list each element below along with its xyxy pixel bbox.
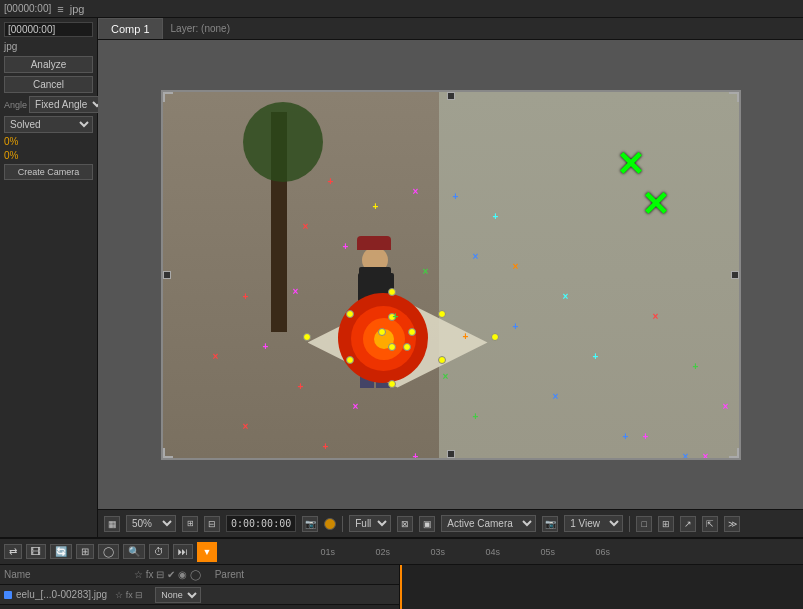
playhead-area: ▼ [197, 542, 317, 562]
ctrl-pt-c2 [408, 328, 416, 336]
tl-btn4[interactable]: ⊞ [76, 544, 94, 559]
tp-r6: × [243, 422, 249, 432]
camera-icon: 📷 [302, 516, 318, 532]
divider2 [629, 516, 630, 532]
tp-m4: + [263, 342, 269, 352]
ruler-01s: 01s [321, 547, 376, 557]
timeline-left: Name ☆ fx ⊟ ✔ ◉ ◯ Parent eelu_[...0-0028… [0, 565, 400, 609]
ctrl-pt-left [303, 333, 311, 341]
ctrl-pt-bl [346, 356, 354, 364]
cancel-button[interactable]: Cancel [4, 76, 93, 93]
tp-c3: + [593, 352, 599, 362]
tp-c1: + [493, 212, 499, 222]
comp-tab[interactable]: Comp 1 [98, 18, 163, 39]
file-name-label: jpg [4, 40, 93, 53]
tb4[interactable]: ⇱ [702, 516, 718, 532]
ruler-03s: 03s [431, 547, 486, 557]
angle-row: Angle Fixed Angle [4, 96, 93, 113]
tp-o1: × [513, 262, 519, 272]
tp-b3: + [513, 322, 519, 332]
solved-select[interactable]: Solved [4, 116, 93, 133]
viewer-canvas: ✕ ✕ + × + × + × + + × + × + × + × [98, 40, 803, 509]
viewer-tabs: Comp 1 Layer: (none) [98, 18, 803, 40]
ctrl-pt-c1 [378, 328, 386, 336]
mode-icon: ⊠ [397, 516, 413, 532]
tp-g2: + [393, 312, 399, 322]
tp-r2: × [303, 222, 309, 232]
timeline-layer-row[interactable]: eelu_[...0-00283].jpg ☆ fx ⊟ None [0, 585, 399, 605]
tl-btn5[interactable]: ◯ [98, 544, 119, 559]
views-select[interactable]: 1 View 2 Views [564, 515, 623, 532]
snap-icon[interactable]: ⊟ [204, 516, 220, 532]
tp-r5: + [298, 382, 304, 392]
handle-bottom [447, 450, 455, 458]
ruler-05s: 05s [541, 547, 596, 557]
tb3[interactable]: ↗ [680, 516, 696, 532]
angle-select[interactable]: Fixed Angle [29, 96, 106, 113]
tp-b5: + [623, 432, 629, 442]
file-label: jpg [70, 3, 85, 15]
bottom-toolbar: ▦ 50% 100% ⊞ ⊟ 0:00:00:00 📷 Full Half ⊠ … [98, 509, 803, 537]
fit-icon[interactable]: ⊞ [182, 516, 198, 532]
angle-label: Angle [4, 100, 27, 110]
playhead-line [400, 565, 402, 609]
camera-select[interactable]: Active Camera [441, 515, 536, 532]
main-layout: [00000:00] jpg Analyze Cancel Angle Fixe… [0, 18, 803, 537]
target-area [298, 288, 498, 398]
tb1[interactable]: □ [636, 516, 652, 532]
ctrl-pt-bottom [388, 380, 396, 388]
handle-top [447, 92, 455, 100]
camera2-icon: 📷 [542, 516, 558, 532]
tp-b4: × [553, 392, 559, 402]
timeline-track [400, 565, 803, 609]
timeline-content: Name ☆ fx ⊟ ✔ ◉ ◯ Parent eelu_[...0-0028… [0, 565, 803, 609]
corner-tr [729, 92, 739, 102]
create-camera-button[interactable]: Create Camera [4, 164, 93, 180]
layer-icons: ☆ fx ⊟ [115, 590, 143, 600]
tl-btn3[interactable]: 🔄 [50, 544, 72, 559]
tp-r8: × [653, 312, 659, 322]
tp-b2: × [473, 252, 479, 262]
tb2[interactable]: ⊞ [658, 516, 674, 532]
corner-br [729, 448, 739, 458]
analyze-button[interactable]: Analyze [4, 56, 93, 73]
playhead-marker: ▼ [197, 542, 217, 562]
ctrl-pt-right [491, 333, 499, 341]
tl-btn6[interactable]: 🔍 [123, 544, 145, 559]
ctrl-pt-c3 [388, 343, 396, 351]
tp-r3: + [243, 292, 249, 302]
tp-g3: × [443, 372, 449, 382]
tp-m3: × [293, 287, 299, 297]
tp-g4: + [473, 412, 479, 422]
tp-m5: × [353, 402, 359, 412]
timecode: 0:00:00:00 [226, 515, 296, 532]
tp-o2: + [463, 332, 469, 342]
tl-btn7[interactable]: ⏱ [149, 544, 169, 559]
ctrl-pt-tr [438, 310, 446, 318]
tl-btn2[interactable]: 🎞 [26, 544, 46, 559]
tl-btn1[interactable]: ⇄ [4, 544, 22, 559]
tp-b1: + [453, 192, 459, 202]
green-x-1: ✕ [616, 147, 644, 181]
comp-tab-label: Comp 1 [111, 23, 150, 35]
quality-select[interactable]: Full Half [349, 515, 391, 532]
tp-b6: × [683, 452, 689, 460]
col-parent: Parent [215, 569, 244, 580]
tp-m8: + [643, 432, 649, 442]
top-bar: [00000:00] ≡ jpg [0, 0, 803, 18]
parent-select[interactable]: None [155, 587, 201, 603]
green-x-2: ✕ [641, 187, 669, 221]
tp-r4: × [213, 352, 219, 362]
timeline-area: ⇄ 🎞 🔄 ⊞ ◯ 🔍 ⏱ ⏭ ▼ 01s 02s 03s 04s 05s 06… [0, 537, 803, 609]
handle-left [163, 271, 171, 279]
tp-m10: × [723, 402, 729, 412]
tp-r1: + [328, 177, 334, 187]
layer-color [4, 591, 12, 599]
timeline-right [400, 565, 803, 609]
tl-btn8[interactable]: ⏭ [173, 544, 193, 559]
ctrl-pt-br [438, 356, 446, 364]
tb5[interactable]: ≫ [724, 516, 740, 532]
tp-y1: + [373, 202, 379, 212]
divider1 [342, 516, 343, 532]
zoom-select[interactable]: 50% 100% [126, 515, 176, 532]
